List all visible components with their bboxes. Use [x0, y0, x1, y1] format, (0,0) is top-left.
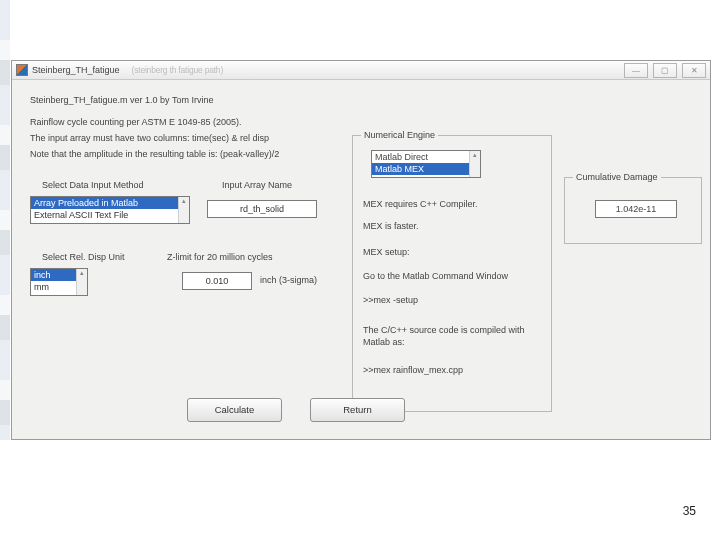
zlimit-field[interactable]: 0.010 — [182, 272, 252, 290]
input-method-label: Select Data Input Method — [42, 180, 144, 190]
unit-label: Select Rel. Disp Unit — [42, 252, 125, 262]
close-button[interactable]: ✕ — [682, 63, 706, 78]
std-line: Rainflow cycle counting per ASTM E 1049-… — [30, 116, 242, 128]
input-array-label: Input Array Name — [222, 180, 292, 190]
page-number: 35 — [683, 504, 696, 518]
app-window: Steinberg_TH_fatigue (steinberg th fatig… — [11, 60, 711, 440]
window-subtitle: (steinberg th fatigue path) — [132, 65, 223, 75]
window-title: Steinberg_TH_fatigue — [32, 65, 120, 75]
engine-setup-line2: >>mex -setup — [363, 294, 545, 306]
engine-note-req: MEX requires C++ Compiler. — [363, 198, 545, 210]
input-array-field[interactable]: rd_th_solid — [207, 200, 317, 218]
input-method-option-0[interactable]: Array Preloaded in Matlab — [31, 197, 189, 209]
scrollbar[interactable] — [178, 197, 189, 223]
scrollbar[interactable] — [76, 269, 87, 295]
engine-option-0[interactable]: Matlab Direct — [372, 151, 480, 163]
scrollbar[interactable] — [469, 151, 480, 177]
columns-line: The input array must have two columns: t… — [30, 132, 269, 144]
amplitude-line: Note that the amplitude in the resulting… — [30, 148, 279, 160]
titlebar: Steinberg_TH_fatigue (steinberg th fatig… — [12, 61, 710, 80]
input-method-listbox[interactable]: Array Preloaded in Matlab External ASCII… — [30, 196, 190, 224]
damage-group: Cumulative Damage 1.042e-11 — [564, 172, 702, 244]
return-button[interactable]: Return — [310, 398, 405, 422]
unit-listbox[interactable]: inch mm — [30, 268, 88, 296]
minimize-button[interactable]: — — [624, 63, 648, 78]
version-line: Steinberg_TH_fatigue.m ver 1.0 by Tom Ir… — [30, 94, 213, 106]
zlimit-suffix: inch (3-sigma) — [260, 275, 317, 285]
engine-legend: Numerical Engine — [361, 130, 438, 140]
app-icon — [16, 64, 28, 76]
engine-listbox[interactable]: Matlab Direct Matlab MEX — [371, 150, 481, 178]
engine-group: Numerical Engine Matlab Direct Matlab ME… — [352, 130, 552, 412]
client-area: Steinberg_TH_fatigue.m ver 1.0 by Tom Ir… — [12, 80, 710, 440]
engine-note-fast: MEX is faster. — [363, 220, 545, 232]
engine-setup-header: MEX setup: — [363, 246, 545, 258]
maximize-button[interactable]: ▢ — [653, 63, 677, 78]
calculate-button[interactable]: Calculate — [187, 398, 282, 422]
engine-compile-header: The C/C++ source code is compiled with M… — [363, 324, 543, 348]
engine-compile-cmd: >>mex rainflow_mex.cpp — [363, 364, 545, 376]
background-strip — [0, 0, 10, 440]
zlimit-label: Z-limit for 20 million cycles — [167, 252, 273, 262]
damage-legend: Cumulative Damage — [573, 172, 661, 182]
engine-option-1[interactable]: Matlab MEX — [372, 163, 480, 175]
damage-value: 1.042e-11 — [595, 200, 677, 218]
engine-setup-line1: Go to the Matlab Command Window — [363, 270, 545, 282]
input-method-option-1[interactable]: External ASCII Text File — [31, 209, 189, 221]
